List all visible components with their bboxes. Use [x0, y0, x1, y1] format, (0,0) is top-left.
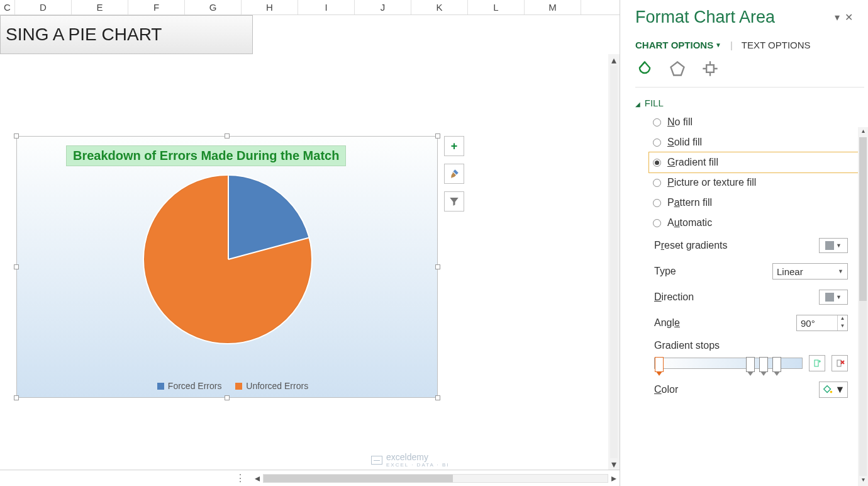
- preset-gradients-label: Preset gradients: [654, 240, 728, 251]
- resize-handle[interactable]: [14, 133, 19, 138]
- scroll-right-icon[interactable]: ▸: [608, 472, 620, 484]
- radio-no-fill[interactable]: No fill: [649, 112, 864, 132]
- chart-legend[interactable]: Forced Errors Unforced Errors: [17, 381, 437, 391]
- legend-label: Forced Errors: [168, 381, 222, 391]
- preset-gradients-button[interactable]: ▼: [819, 238, 848, 253]
- remove-gradient-stop-button[interactable]: [832, 355, 848, 371]
- worksheet-area: C D E F G H I J K L M SING A PIE CHART: [0, 0, 620, 486]
- column-headers: C D E F G H I J K L M: [0, 0, 620, 15]
- direction-label: Direction: [654, 291, 694, 303]
- col-header[interactable]: L: [468, 0, 525, 14]
- resize-handle[interactable]: [14, 395, 19, 400]
- chart-title[interactable]: Breakdown of Errors Made During the Matc…: [66, 145, 346, 166]
- format-pane: Format Chart Area ▾✕ CHART OPTIONS | TEX…: [620, 0, 868, 486]
- pane-menu-icon[interactable]: ▾: [835, 12, 845, 23]
- resize-handle[interactable]: [225, 395, 230, 400]
- direction-button[interactable]: ▼: [819, 290, 848, 305]
- radio-pattern-fill[interactable]: Pattern fill: [649, 193, 864, 213]
- gradient-stop[interactable]: [746, 357, 755, 372]
- filter-icon: [448, 196, 460, 207]
- add-gradient-stop-button[interactable]: [809, 355, 825, 371]
- radio-picture-fill[interactable]: Picture or texture fill: [649, 172, 864, 193]
- col-header[interactable]: I: [298, 0, 355, 14]
- col-header[interactable]: M: [525, 0, 581, 14]
- size-props-tab-icon[interactable]: [701, 59, 720, 78]
- tab-chart-options[interactable]: CHART OPTIONS: [635, 40, 721, 50]
- type-label: Type: [654, 266, 676, 277]
- color-picker-button[interactable]: ▼: [819, 381, 848, 398]
- angle-label: Angle: [654, 317, 680, 329]
- legend-swatch-forced: [157, 383, 164, 390]
- paint-bucket-icon: [822, 384, 833, 395]
- gradient-stops-bar[interactable]: [654, 358, 803, 369]
- type-select[interactable]: Linear▼: [772, 263, 848, 280]
- resize-handle[interactable]: [435, 264, 440, 269]
- gradient-stop[interactable]: [655, 357, 664, 372]
- merged-title-cell[interactable]: SING A PIE CHART: [0, 15, 253, 54]
- col-header[interactable]: E: [72, 0, 128, 14]
- col-header[interactable]: D: [15, 0, 72, 14]
- watermark-logo-icon: [371, 456, 382, 465]
- scroll-down-icon[interactable]: ▾: [608, 458, 620, 470]
- svg-marker-0: [671, 62, 684, 76]
- watermark: exceldemy EXCEL · DATA · BI: [371, 452, 450, 468]
- chart-filter-button[interactable]: [444, 191, 464, 212]
- pie-plot[interactable]: [143, 174, 331, 363]
- effects-tab-icon[interactable]: [668, 59, 687, 78]
- gradient-stops-label: Gradient stops: [654, 340, 848, 351]
- chart-elements-button[interactable]: +: [444, 136, 464, 156]
- col-header[interactable]: C: [0, 0, 15, 14]
- resize-handle[interactable]: [14, 264, 19, 269]
- vertical-scrollbar[interactable]: ▴ ▾: [608, 54, 620, 470]
- svg-rect-1: [706, 65, 714, 72]
- angle-spinner[interactable]: 90°▲▼: [796, 315, 848, 331]
- col-header[interactable]: G: [185, 0, 242, 14]
- radio-gradient-fill[interactable]: Gradient fill: [649, 152, 864, 172]
- legend-label: Unforced Errors: [246, 381, 308, 391]
- watermark-text: exceldemy: [386, 452, 428, 462]
- pane-scrollbar[interactable]: ▴▾: [858, 127, 868, 486]
- svg-point-4: [830, 391, 832, 393]
- pane-title: Format Chart Area: [635, 8, 775, 27]
- sheet-tab-handle[interactable]: ⋮: [0, 472, 252, 484]
- fill-line-tab-icon[interactable]: [635, 59, 654, 78]
- col-header[interactable]: K: [411, 0, 468, 14]
- col-header[interactable]: F: [128, 0, 185, 14]
- svg-rect-3: [837, 360, 841, 366]
- svg-rect-2: [815, 360, 818, 366]
- chart-styles-button[interactable]: [444, 164, 464, 184]
- scroll-left-icon[interactable]: ◂: [252, 472, 263, 484]
- scroll-thumb[interactable]: [264, 475, 453, 482]
- scroll-up-icon[interactable]: ▴: [608, 54, 620, 65]
- radio-automatic[interactable]: Automatic: [649, 213, 864, 233]
- section-fill-header[interactable]: FILL: [635, 94, 864, 112]
- tab-text-options[interactable]: TEXT OPTIONS: [742, 40, 811, 50]
- pane-close-icon[interactable]: ✕: [845, 12, 858, 23]
- chart-object[interactable]: Breakdown of Errors Made During the Matc…: [16, 136, 438, 398]
- resize-handle[interactable]: [225, 133, 230, 138]
- watermark-sub: EXCEL · DATA · BI: [386, 462, 450, 468]
- color-label: Color: [654, 384, 678, 395]
- pane-scroll-thumb[interactable]: [859, 137, 867, 301]
- horizontal-scrollbar[interactable]: ⋮ ◂ ▸: [0, 470, 620, 486]
- gradient-stop[interactable]: [759, 357, 768, 372]
- resize-handle[interactable]: [435, 395, 440, 400]
- col-header[interactable]: H: [242, 0, 298, 14]
- gradient-stop[interactable]: [772, 357, 781, 372]
- resize-handle[interactable]: [435, 133, 440, 138]
- col-header[interactable]: J: [355, 0, 411, 14]
- legend-swatch-unforced: [235, 383, 242, 390]
- radio-solid-fill[interactable]: Solid fill: [649, 132, 864, 152]
- brush-icon: [448, 168, 460, 179]
